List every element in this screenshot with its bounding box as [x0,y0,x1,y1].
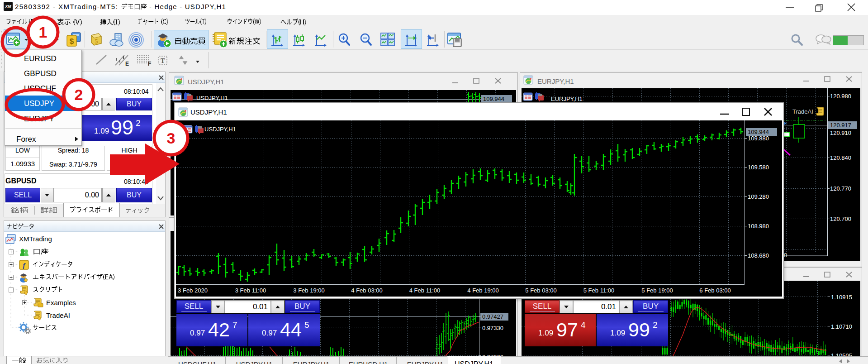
svg-text:$: $ [70,37,74,46]
svg-text:5: 5 [95,38,98,45]
svg-text:F: F [148,61,151,67]
svg-text:E: E [125,61,129,67]
svg-text:T: T [161,57,165,64]
